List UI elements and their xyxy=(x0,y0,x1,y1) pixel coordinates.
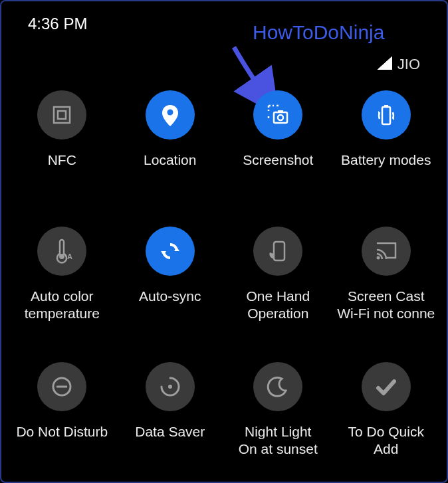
tile-do-not-disturb[interactable]: Do Not Disturb xyxy=(8,362,116,458)
signal-icon xyxy=(378,56,392,72)
moon-icon xyxy=(253,362,302,411)
tile-label: Screenshot xyxy=(241,151,314,186)
tile-label: Battery modes xyxy=(340,151,432,186)
dnd-icon xyxy=(37,362,86,411)
svg-point-2 xyxy=(167,110,173,116)
clock-time: 4:36 PM xyxy=(28,15,87,33)
svg-point-14 xyxy=(168,385,172,389)
battery-icon xyxy=(362,90,411,140)
one-hand-icon xyxy=(253,227,302,276)
tile-label: Data Saver xyxy=(134,423,206,458)
svg-rect-5 xyxy=(278,110,283,113)
tile-todo-quick-add[interactable]: To Do QuickAdd xyxy=(332,362,441,458)
tile-label: One HandOperation xyxy=(245,288,311,323)
tile-label: Do Not Disturb xyxy=(15,423,109,458)
statusbar: 4:36 PM xyxy=(28,15,420,33)
svg-point-8 xyxy=(59,254,64,259)
tile-label: Screen CastWi-Fi not conne xyxy=(336,288,436,323)
tile-screen-cast[interactable]: Screen CastWi-Fi not conne xyxy=(332,227,441,323)
tile-data-saver[interactable]: Data Saver xyxy=(116,362,225,458)
quick-settings-grid: NFC Location Screenshot xyxy=(1,90,447,458)
location-icon xyxy=(146,90,195,140)
svg-rect-10 xyxy=(274,242,284,260)
check-icon xyxy=(362,362,411,411)
tile-label: Auto-sync xyxy=(138,288,202,322)
screenshot-icon xyxy=(253,90,302,140)
svg-point-4 xyxy=(278,115,283,120)
tile-auto-color-temperature[interactable]: A Auto colortemperature xyxy=(8,227,116,323)
tile-label: To Do QuickAdd xyxy=(347,423,425,458)
svg-rect-6 xyxy=(382,107,390,124)
tile-battery-modes[interactable]: Battery modes xyxy=(332,90,441,187)
tile-nfc[interactable]: NFC xyxy=(8,90,116,187)
thermometer-icon: A xyxy=(37,227,86,276)
cast-icon xyxy=(362,227,411,276)
svg-rect-7 xyxy=(384,105,388,107)
tile-screenshot[interactable]: Screenshot xyxy=(224,90,332,187)
svg-text:A: A xyxy=(67,252,72,260)
svg-rect-3 xyxy=(274,112,287,123)
tile-label: Night LightOn at sunset xyxy=(237,423,319,458)
carrier-label: JIO xyxy=(397,56,420,73)
tile-one-hand[interactable]: One HandOperation xyxy=(224,227,332,323)
svg-point-11 xyxy=(376,256,380,259)
tile-label: Location xyxy=(142,151,197,186)
tile-location[interactable]: Location xyxy=(116,90,225,187)
svg-rect-0 xyxy=(54,107,70,123)
carrier-area: JIO xyxy=(378,56,420,73)
svg-rect-1 xyxy=(58,111,66,119)
tile-label: Auto colortemperature xyxy=(23,288,101,323)
tile-night-light[interactable]: Night LightOn at sunset xyxy=(224,362,332,458)
tile-auto-sync[interactable]: Auto-sync xyxy=(116,227,225,323)
data-saver-icon xyxy=(146,362,195,411)
tile-label: NFC xyxy=(47,151,78,186)
sync-icon xyxy=(146,227,195,276)
nfc-icon xyxy=(37,90,86,140)
